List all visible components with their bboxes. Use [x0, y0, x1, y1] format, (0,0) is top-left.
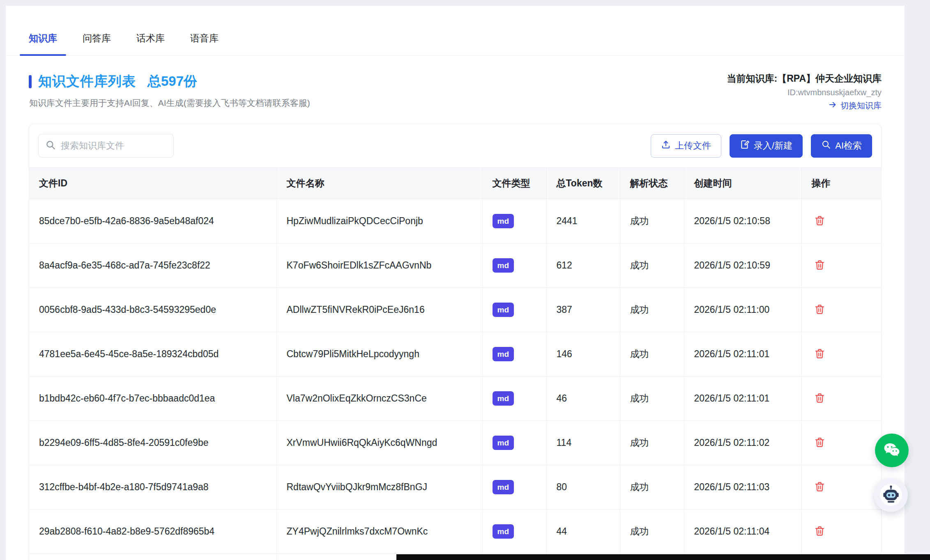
- file-type-badge: md: [493, 436, 514, 450]
- trash-icon: [814, 348, 825, 360]
- cell-file-name: RdtawQvYviibQJkr9mMcz8fBnGJ: [276, 465, 482, 510]
- cell-file-type: md: [482, 288, 546, 332]
- title-block: 知识文件库列表 总597份 知识库文件主要用于支持AI回复、AI生成(需要接入飞…: [29, 72, 310, 109]
- trash-icon: [814, 437, 825, 449]
- cell-parse-status: 成功: [620, 376, 684, 421]
- cell-created-time: 2026/1/5 02:10:59: [684, 243, 801, 288]
- cell-parse-status: 成功: [620, 421, 684, 465]
- cell-parse-status: 成功: [620, 510, 684, 554]
- cell-file-type: md: [482, 376, 546, 421]
- toolbar-buttons: 上传文件 录入/新建 AI检索: [651, 134, 872, 158]
- ai-search-label: AI检索: [835, 140, 862, 152]
- table-row: b2294e09-6ff5-4d85-8fe4-20591c0fe9be XrV…: [29, 421, 881, 465]
- cell-created-time: 2026/1/5 02:11:04: [684, 510, 801, 554]
- col-header-created-time: 创建时间: [684, 168, 801, 199]
- wechat-chat-bubbles-icon: [881, 439, 902, 462]
- cell-file-id: b2294e09-6ff5-4d85-8fe4-20591c0fe9be: [29, 421, 276, 465]
- tab-qa-base[interactable]: 问答库: [83, 32, 111, 55]
- cell-file-name: ADllwZT5fiNVRekR0iPcEeJ6n16: [276, 288, 482, 332]
- cell-file-id: 0056cbf8-9ad5-433d-b8c3-54593295ed0e: [29, 288, 276, 332]
- tab-knowledge-base[interactable]: 知识库: [29, 32, 57, 55]
- cell-file-name: Vla7w2nOlixEqZkkOrnczCS3nCe: [276, 376, 482, 421]
- ai-search-button[interactable]: AI检索: [811, 134, 872, 158]
- cell-actions: [801, 465, 881, 510]
- cell-parse-status: 成功: [620, 332, 684, 376]
- tab-voice-base[interactable]: 语音库: [190, 32, 219, 55]
- wechat-float-button[interactable]: [875, 434, 909, 467]
- cell-created-time: 2026/1/5 02:11:02: [684, 421, 801, 465]
- cell-file-name: K7oFw6ShoirEDlk1sZFcAAGvnNb: [276, 243, 482, 288]
- ai-search-magnifier-icon: [821, 140, 831, 152]
- page-title: 知识文件库列表: [38, 72, 136, 91]
- table-header: 文件ID 文件名称 文件类型 总Token数 解析状态 创建时间 操作: [29, 168, 881, 199]
- file-total-count: 总597份: [147, 72, 197, 91]
- top-tab-bar: 知识库 问答库 话术库 语音库: [6, 6, 905, 56]
- table-row: b1bdb42c-eb60-4f7c-b7ec-bbbaadc0d1ea Vla…: [29, 376, 881, 421]
- file-type-badge: md: [493, 303, 514, 317]
- trash-icon: [814, 526, 825, 538]
- cell-created-time: 2026/1/5 02:10:58: [684, 199, 801, 243]
- col-header-token-count: 总Token数: [546, 168, 620, 199]
- cell-actions: [801, 376, 881, 421]
- search-box: [38, 134, 174, 158]
- switch-kb-label: 切换知识库: [840, 100, 882, 111]
- delete-file-button[interactable]: [812, 390, 828, 407]
- table-row: 29ab2808-f610-4a82-b8e9-5762df8965b4 ZY4…: [29, 510, 881, 554]
- cell-parse-status: 成功: [620, 199, 684, 243]
- table-row: 85dce7b0-e5fb-42a6-8836-9a5eb48af024 HpZ…: [29, 199, 881, 243]
- cell-token-count: 612: [546, 243, 620, 288]
- search-input[interactable]: [61, 140, 167, 151]
- create-entry-button[interactable]: 录入/新建: [730, 134, 803, 158]
- page-subtitle: 知识库文件主要用于支持AI回复、AI生成(需要接入飞书等文档请联系客服): [29, 97, 310, 109]
- table-body: 85dce7b0-e5fb-42a6-8836-9a5eb48af024 HpZ…: [29, 199, 881, 554]
- delete-file-button[interactable]: [812, 302, 828, 318]
- current-kb-id: ID:wtvmbnsuskjaefxw_zty: [727, 88, 882, 97]
- delete-file-button[interactable]: [812, 346, 828, 363]
- cell-token-count: 2441: [546, 199, 620, 243]
- col-header-file-type: 文件类型: [482, 168, 546, 199]
- file-type-badge: md: [493, 258, 514, 273]
- upload-file-button[interactable]: 上传文件: [651, 134, 721, 158]
- delete-file-button[interactable]: [812, 479, 828, 496]
- delete-file-button[interactable]: [812, 213, 828, 230]
- col-header-actions: 操作: [801, 168, 881, 199]
- cell-file-id: 85dce7b0-e5fb-42a6-8836-9a5eb48af024: [29, 199, 276, 243]
- cell-parse-status: 成功: [620, 288, 684, 332]
- cell-file-type: md: [482, 421, 546, 465]
- toolbar: 上传文件 录入/新建 AI检索: [29, 124, 881, 168]
- col-header-parse-status: 解析状态: [620, 168, 684, 199]
- switch-kb-link[interactable]: 切换知识库: [727, 100, 882, 111]
- tab-script-base[interactable]: 话术库: [136, 32, 165, 55]
- file-type-badge: md: [493, 391, 514, 406]
- col-header-file-id: 文件ID: [29, 168, 276, 199]
- cell-file-type: md: [482, 332, 546, 376]
- trash-icon: [814, 259, 825, 272]
- cell-token-count: 44: [546, 510, 620, 554]
- table-row: 312cffbe-b4bf-4b2e-a180-7f5d9741a9a8 Rdt…: [29, 465, 881, 510]
- assistant-float-button[interactable]: [874, 478, 908, 512]
- cell-actions: [801, 288, 881, 332]
- trash-icon: [814, 392, 825, 405]
- cell-actions: [801, 243, 881, 288]
- upload-icon: [661, 140, 671, 152]
- cell-file-name: XrVmwUHwii6RqQkAiyKc6qWNngd: [276, 421, 482, 465]
- cell-file-type: md: [482, 199, 546, 243]
- trash-icon: [814, 304, 825, 316]
- cell-token-count: 80: [546, 465, 620, 510]
- delete-file-button[interactable]: [812, 523, 828, 540]
- cell-created-time: 2026/1/5 02:11:03: [684, 465, 801, 510]
- cell-file-name: ZY4PwjQZnilrlmks7dxcM7OwnKc: [276, 510, 482, 554]
- cell-file-type: md: [482, 510, 546, 554]
- cell-token-count: 146: [546, 332, 620, 376]
- cell-token-count: 387: [546, 288, 620, 332]
- cell-file-type: md: [482, 465, 546, 510]
- cell-file-id: 4781ee5a-6e45-45ce-8a5e-189324cbd05d: [29, 332, 276, 376]
- main-panel: 知识库 问答库 话术库 语音库 知识文件库列表 总597份 知识库文件主要用于支…: [6, 6, 905, 560]
- cell-file-id: 29ab2808-f610-4a82-b8e9-5762df8965b4: [29, 510, 276, 554]
- document-pencil-icon: [740, 140, 750, 152]
- current-kb-name: 当前知识库:【RPA】仲天企业知识库: [727, 72, 882, 85]
- delete-file-button[interactable]: [812, 435, 828, 451]
- cell-parse-status: 成功: [620, 465, 684, 510]
- delete-file-button[interactable]: [812, 257, 828, 274]
- file-table: 文件ID 文件名称 文件类型 总Token数 解析状态 创建时间 操作 85dc…: [29, 168, 881, 560]
